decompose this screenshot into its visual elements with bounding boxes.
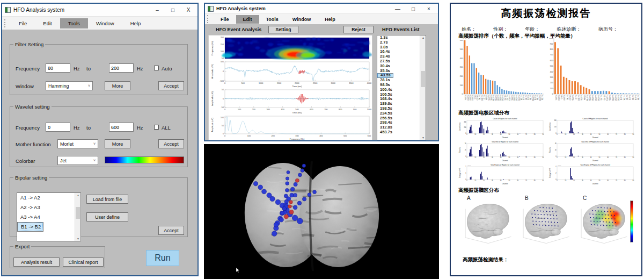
scroll-down-icon[interactable]: ▼	[420, 136, 426, 139]
frequency-label: Frequency	[16, 125, 40, 131]
event-item[interactable]: 43.5s	[377, 73, 393, 78]
svg-text:Time / s: Time / s	[459, 147, 461, 152]
menu-item-help[interactable]: Help	[318, 15, 342, 24]
svg-text:0: 0	[224, 135, 225, 137]
svg-text:800: 800	[550, 48, 553, 51]
auto-checkbox[interactable]	[154, 66, 159, 70]
svg-text:50: 50	[598, 156, 600, 159]
analysis-result-button[interactable]: Analysis result	[13, 257, 60, 267]
svg-text:300: 300	[460, 66, 463, 68]
svg-text:L4-PTB4: L4-PTB4	[572, 96, 574, 102]
svg-text:-50: -50	[221, 106, 224, 109]
menu-item-window[interactable]: Window	[88, 18, 122, 28]
scrollbar-thumb[interactable]	[421, 71, 425, 87]
left-titlebar[interactable]: HFO Analysis system – □ X	[2, 4, 197, 17]
colorbar-select[interactable]: Jet˅	[57, 156, 98, 165]
scrollbar-thumb[interactable]	[76, 207, 80, 219]
filter-to-input[interactable]	[109, 63, 134, 73]
window-select[interactable]: Hamming˅	[46, 81, 93, 90]
svg-text:Frequency (Hz): Frequency (Hz)	[211, 40, 214, 55]
menu-item-file[interactable]: File	[11, 18, 35, 28]
wavelet-to-input[interactable]	[109, 123, 134, 132]
menu-item-edit[interactable]: Edit	[236, 15, 259, 24]
user-define-button[interactable]: User define	[86, 212, 128, 221]
bipolar-accept-button[interactable]: Accept	[158, 226, 184, 235]
close-button[interactable]: ×	[422, 6, 435, 12]
filtered-signal-plot: -5005001002003004005006007008009001000Ti…	[209, 88, 372, 115]
scroll-up-icon[interactable]: ▲	[420, 36, 426, 39]
svg-text:P4-R11: P4-R11	[628, 96, 631, 101]
svg-text:500: 500	[241, 82, 244, 84]
svg-text:900: 900	[550, 43, 553, 45]
count-ripples-chart: Count of Ripples for each channel0200400…	[458, 117, 545, 139]
svg-text:L4-LTB9: L4-LTB9	[539, 96, 541, 101]
events-listbox[interactable]: 1.3s2.7s3.8s16.4s23.4s27.5s30.4s35.3s43.…	[377, 35, 426, 140]
filter-from-input[interactable]	[46, 63, 70, 73]
svg-text:150: 150	[221, 44, 224, 46]
window-title: HFO Analysis system	[13, 7, 64, 13]
wavelet-from-input[interactable]	[46, 123, 70, 132]
menu-grip[interactable]	[207, 15, 209, 23]
channel-item[interactable]: A2 -> A3	[17, 203, 80, 212]
svg-text:L4-PCB4: L4-PCB4	[589, 96, 591, 102]
event-item[interactable]: 453.7s	[377, 130, 426, 135]
reject-button[interactable]: Reject	[343, 26, 374, 33]
mother-function-select[interactable]: Morlet˅	[57, 139, 98, 148]
filter-accept-button[interactable]: Accept	[158, 81, 184, 90]
svg-text:10: 10	[565, 156, 566, 159]
filter-more-button[interactable]: More	[105, 81, 130, 90]
svg-text:x10^8: x10^8	[558, 165, 561, 167]
brain-3d-view[interactable]	[204, 144, 439, 279]
svg-text:A4-PB13: A4-PB13	[612, 96, 614, 102]
menu-grip[interactable]	[4, 19, 6, 27]
minimize-button[interactable]: –	[151, 7, 164, 13]
wavelet-more-button[interactable]: More	[105, 139, 130, 148]
svg-text:x10^7: x10^7	[467, 165, 471, 167]
maximize-button[interactable]: □	[166, 7, 179, 13]
svg-text:L4-LTB7: L4-LTB7	[614, 96, 617, 101]
close-button[interactable]: X	[182, 7, 195, 13]
channel-item[interactable]: B1 -> B2	[17, 222, 43, 232]
svg-text:0: 0	[224, 82, 225, 84]
listbox-scrollbar[interactable]: ▲ ▼	[75, 193, 80, 241]
menu-item-help[interactable]: Help	[122, 18, 149, 28]
svg-text:L4-PB14: L4-PB14	[609, 96, 611, 102]
scroll-up-icon[interactable]: ▲	[75, 194, 81, 197]
channel-item[interactable]: A1 -> A2	[17, 193, 80, 203]
svg-text:Count / times: Count / times	[459, 122, 461, 131]
minimize-button[interactable]: —	[391, 6, 404, 12]
wavelet-accept-button[interactable]: Accept	[158, 139, 184, 148]
svg-text:A4-LTB2: A4-LTB2	[497, 96, 499, 102]
hz-label: Hz	[137, 66, 143, 71]
channel-listbox[interactable]: A1 -> A2A2 -> A3A3 -> A4B1 -> B2B2 -> B3…	[17, 192, 81, 241]
menu-item-tools[interactable]: Tools	[259, 15, 286, 24]
menu-item-file[interactable]: File	[214, 15, 236, 24]
svg-text:0: 0	[223, 133, 224, 135]
settings-window: HFO Analysis system – □ X FileEditToolsW…	[1, 3, 199, 276]
section2-heading: 高频振荡电极区域分布	[458, 110, 509, 117]
svg-text:Channel: Channel	[592, 160, 598, 162]
events-scrollbar[interactable]: ▲ ▼	[420, 35, 426, 140]
setting-button[interactable]: Setting	[268, 26, 298, 33]
menu-item-edit[interactable]: Edit	[35, 18, 60, 28]
patient-field: 临床诊断：	[557, 26, 581, 33]
svg-text:1000: 1000	[549, 38, 553, 39]
svg-text:0: 0	[466, 156, 467, 159]
menu-item-window[interactable]: Window	[286, 15, 318, 24]
run-button[interactable]: Run	[146, 250, 179, 266]
clinical-report-button[interactable]: Clinical report	[63, 257, 104, 267]
mid-titlebar[interactable]: HFO Analysis system — □ ×	[205, 4, 438, 14]
svg-text:10: 10	[474, 156, 476, 159]
svg-text:30: 30	[582, 133, 583, 135]
auto-label: Auto	[162, 66, 172, 71]
channel-item[interactable]: A3 -> A4	[17, 212, 80, 222]
svg-text:1000: 1000	[259, 82, 263, 84]
load-from-file-button[interactable]: Load from file	[86, 195, 128, 204]
maximize-button[interactable]: □	[407, 6, 420, 12]
svg-text:40: 40	[555, 142, 557, 145]
svg-text:90: 90	[543, 180, 544, 182]
svg-text:P4-PTB3: P4-PTB3	[586, 96, 588, 102]
menu-item-tools[interactable]: Tools	[60, 18, 88, 28]
all-checkbox[interactable]	[154, 125, 159, 130]
scroll-down-icon[interactable]: ▼	[75, 237, 81, 240]
